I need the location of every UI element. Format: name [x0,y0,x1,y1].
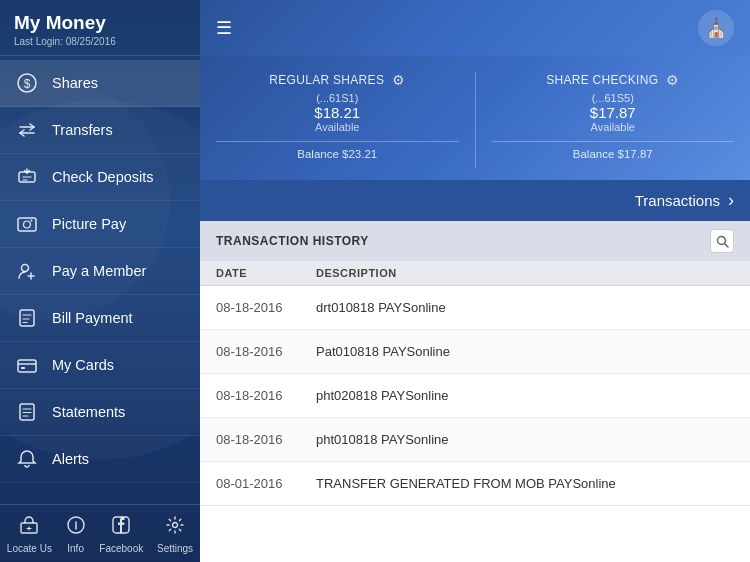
account-available-regular-shares: Available [315,121,359,133]
table-row[interactable]: 08-18-2016 drt010818 PAYSonline [200,286,750,330]
account-available-share-checking: Available [591,121,635,133]
transactions-chevron-icon: › [728,190,734,211]
sidebar-item-pay-a-member[interactable]: Pay a Member [0,248,200,295]
transactions-list: 08-18-2016 drt010818 PAYSonline 08-18-20… [200,286,750,562]
footer-label-facebook: Facebook [99,543,143,554]
sidebar-item-my-cards[interactable]: My Cards [0,342,200,389]
sidebar-item-shares[interactable]: $ Shares [0,60,200,107]
svg-rect-9 [21,367,25,369]
transaction-table-header: DATE DESCRIPTION [200,261,750,286]
transfers-icon [14,117,40,143]
transaction-history-title: TRANSACTION HISTORY [216,234,369,248]
svg-point-6 [22,265,29,272]
sidebar-item-check-deposits[interactable]: Check Deposits [0,154,200,201]
footer-item-facebook[interactable]: Facebook [99,515,143,554]
footer-item-locate-us[interactable]: Locate Us [7,515,52,554]
check-deposits-icon [14,164,40,190]
account-cards: REGULAR SHARES ⚙ (...61S1) $18.21 Availa… [200,56,750,180]
facebook-icon [111,515,131,540]
svg-line-15 [724,243,728,247]
footer-item-settings[interactable]: Settings [157,515,193,554]
svg-rect-3 [18,218,36,231]
transaction-description: Pat010818 PAYSonline [316,344,734,359]
picture-pay-icon [14,211,40,237]
alerts-icon [14,446,40,472]
account-gear-share-checking[interactable]: ⚙ [666,72,679,88]
app-logo: ⛪ [698,10,734,46]
account-card-share-checking: SHARE CHECKING ⚙ (...61S5) $17.87 Availa… [492,72,735,168]
shares-icon: $ [14,70,40,96]
transaction-history-header: TRANSACTION HISTORY [200,221,750,261]
table-row[interactable]: 08-18-2016 Pat010818 PAYSonline [200,330,750,374]
search-icon [716,235,729,248]
svg-text:$: $ [24,77,31,91]
col-desc-header: DESCRIPTION [316,267,734,279]
account-card-header-share-checking: SHARE CHECKING ⚙ [546,72,679,88]
table-row[interactable]: 08-01-2016 TRANSFER GENERATED FROM MOB P… [200,462,750,506]
sidebar-label-transfers: Transfers [52,122,113,138]
sidebar-item-statements[interactable]: Statements [0,389,200,436]
account-name-share-checking: SHARE CHECKING [546,73,658,87]
account-name-regular-shares: REGULAR SHARES [269,73,384,87]
svg-rect-8 [18,360,36,372]
table-row[interactable]: 08-18-2016 pht020818 PAYSonline [200,374,750,418]
account-amount-regular-shares: $18.21 [314,104,360,121]
sidebar-nav: $ Shares Transfers Check Deposits Pictur… [0,56,200,504]
app-title: My Money [14,12,186,34]
transaction-date: 08-18-2016 [216,344,316,359]
transaction-date: 08-18-2016 [216,432,316,447]
bill-payment-icon [14,305,40,331]
account-card-regular-shares: REGULAR SHARES ⚙ (...61S1) $18.21 Availa… [216,72,459,168]
transaction-date: 08-18-2016 [216,388,316,403]
table-row[interactable]: 08-18-2016 pht010818 PAYSonline [200,418,750,462]
pay-a-member-icon [14,258,40,284]
sidebar-item-bill-payment[interactable]: Bill Payment [0,295,200,342]
sidebar: My Money Last Login: 08/25/2016 $ Shares… [0,0,200,562]
account-balance-share-checking: Balance $17.87 [492,141,735,160]
transaction-description: pht010818 PAYSonline [316,432,734,447]
account-divider [475,72,476,168]
transaction-description: drt010818 PAYSonline [316,300,734,315]
transaction-date: 08-18-2016 [216,300,316,315]
account-number-share-checking: (...61S5) [592,92,634,104]
menu-icon[interactable]: ☰ [216,17,232,39]
sidebar-label-statements: Statements [52,404,125,420]
sidebar-label-shares: Shares [52,75,98,91]
main-content: ☰ ⛪ REGULAR SHARES ⚙ (...61S1) $18.21 Av… [200,0,750,562]
transaction-description: TRANSFER GENERATED FROM MOB PAYSonline [316,476,734,491]
sidebar-footer: Locate Us Info Facebook Settings [0,504,200,562]
sidebar-item-picture-pay[interactable]: Picture Pay [0,201,200,248]
footer-item-info[interactable]: Info [66,515,86,554]
transaction-description: pht020818 PAYSonline [316,388,734,403]
svg-point-5 [31,220,33,222]
sidebar-item-transfers[interactable]: Transfers [0,107,200,154]
statements-icon [14,399,40,425]
transaction-search-button[interactable] [710,229,734,253]
sidebar-label-bill-payment: Bill Payment [52,310,133,326]
last-login: Last Login: 08/25/2016 [14,36,186,47]
account-number-regular-shares: (...61S1) [316,92,358,104]
svg-point-4 [24,221,31,228]
footer-label-locate-us: Locate Us [7,543,52,554]
account-amount-share-checking: $17.87 [590,104,636,121]
sidebar-label-my-cards: My Cards [52,357,114,373]
sidebar-item-alerts[interactable]: Alerts [0,436,200,483]
transaction-date: 08-01-2016 [216,476,316,491]
sidebar-label-check-deposits: Check Deposits [52,169,154,185]
top-bar: ☰ ⛪ [200,0,750,56]
my-cards-icon [14,352,40,378]
sidebar-label-picture-pay: Picture Pay [52,216,126,232]
svg-point-13 [173,523,178,528]
app-container: My Money Last Login: 08/25/2016 $ Shares… [0,0,750,562]
sidebar-label-pay-a-member: Pay a Member [52,263,146,279]
footer-label-settings: Settings [157,543,193,554]
account-balance-regular-shares: Balance $23.21 [216,141,459,160]
sidebar-header: My Money Last Login: 08/25/2016 [0,0,200,56]
account-gear-regular-shares[interactable]: ⚙ [392,72,405,88]
transactions-bar[interactable]: Transactions › [200,180,750,221]
settings-icon [165,515,185,540]
col-date-header: DATE [216,267,316,279]
svg-rect-7 [20,310,34,326]
footer-label-info: Info [67,543,84,554]
locate-us-icon [19,515,39,540]
